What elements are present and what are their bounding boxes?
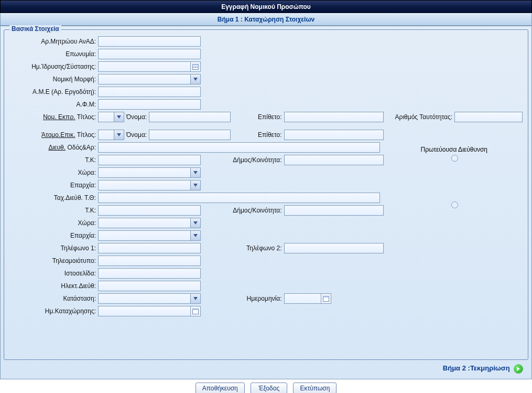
chevron-down-icon[interactable] <box>190 294 200 303</box>
window-title: Εγγραφή Νομικού Προσώπου <box>0 0 532 13</box>
postal1-input[interactable] <box>98 155 201 165</box>
chevron-down-icon[interactable] <box>190 168 200 177</box>
legalform-select[interactable] <box>98 74 201 84</box>
chevron-down-icon[interactable] <box>190 75 200 84</box>
status-select[interactable] <box>98 293 201 304</box>
name-input[interactable] <box>98 49 201 59</box>
municip2-input[interactable] <box>284 205 384 216</box>
label-addr: Διευθ. <box>48 144 66 151</box>
svg-marker-17 <box>517 367 520 371</box>
label-email: Ηλεκτ.Διεύθ: <box>8 280 97 292</box>
calendar-icon[interactable] <box>190 62 200 71</box>
svg-marker-7 <box>117 133 121 136</box>
rep-title-input[interactable] <box>99 112 114 122</box>
status-date-picker[interactable] <box>284 293 331 304</box>
contact-lname-input[interactable] <box>284 130 384 140</box>
label-name: Επωνυμία: <box>8 48 97 60</box>
status-date-input[interactable] <box>285 294 321 303</box>
district2-select[interactable] <box>98 230 201 241</box>
label-website: Ιστοσελίδα: <box>8 267 97 280</box>
svg-marker-11 <box>193 234 198 237</box>
primary-address-radio-1[interactable] <box>451 155 458 162</box>
country1-input[interactable] <box>99 168 190 177</box>
save-button[interactable]: Αποθήκευση <box>196 383 245 393</box>
taxid-input[interactable] <box>98 99 201 110</box>
status-input[interactable] <box>99 294 190 303</box>
phone1-input[interactable] <box>98 243 201 253</box>
svg-rect-14 <box>323 296 329 298</box>
pobox-input[interactable] <box>98 193 380 203</box>
fieldset-legend: Βασικά Στοιχεία <box>9 25 61 33</box>
svg-marker-12 <box>193 297 198 300</box>
svg-rect-16 <box>193 309 199 311</box>
rep-fname-input[interactable] <box>149 112 231 122</box>
legalform-input[interactable] <box>99 75 190 84</box>
svg-rect-3 <box>195 67 196 68</box>
rep-title-select[interactable] <box>98 112 124 122</box>
district2-input[interactable] <box>99 231 190 240</box>
exit-button[interactable]: Έξοδος <box>251 383 287 393</box>
label-street: Οδός&Αρ: <box>67 144 96 151</box>
svg-rect-4 <box>197 67 198 68</box>
arrow-right-icon[interactable] <box>514 364 523 374</box>
entrydate-input[interactable] <box>99 306 190 316</box>
contact-title-select[interactable] <box>98 130 124 140</box>
label-country1: Χώρα: <box>8 166 97 179</box>
label-fax: Τηλεομοιότυπο: <box>8 254 97 267</box>
calendar-icon[interactable] <box>321 294 331 303</box>
print-button[interactable]: Εκτύπωση <box>293 383 336 393</box>
label-postal2: Τ.Κ: <box>8 204 97 217</box>
label-district1: Επαρχία: <box>8 179 97 192</box>
chevron-down-icon[interactable] <box>190 231 200 240</box>
street-input[interactable] <box>98 142 380 153</box>
country2-select[interactable] <box>98 218 201 228</box>
calendar-icon[interactable] <box>190 306 200 316</box>
country1-select[interactable] <box>98 167 201 178</box>
label-rep-fname: Όνομα: <box>125 111 148 123</box>
label-postal1: Τ.Κ: <box>8 154 97 166</box>
label-employerno: Α.Μ.Ε (Αρ. Εργοδότη): <box>8 86 97 98</box>
municip1-input[interactable] <box>284 155 384 165</box>
website-input[interactable] <box>98 268 201 279</box>
chevron-down-icon[interactable] <box>114 112 124 122</box>
district1-select[interactable] <box>98 180 201 190</box>
svg-marker-10 <box>193 221 198 225</box>
email-input[interactable] <box>98 281 201 291</box>
rep-lname-input[interactable] <box>284 112 384 122</box>
chevron-down-icon[interactable] <box>190 180 200 190</box>
label-municip2: Δήμος/Κοινότητα: <box>232 204 283 217</box>
rep-id-input[interactable] <box>454 112 523 122</box>
step-title: Βήμα 1 : Καταχώρηση Στοιχείων <box>0 13 532 26</box>
entrydate-picker[interactable] <box>98 306 201 316</box>
basic-info-fieldset: Βασικά Στοιχεία Αρ.Μητρώου ΑνΑΔ: Επωνυμί… <box>4 29 528 360</box>
country2-input[interactable] <box>99 218 190 228</box>
next-step-link[interactable]: Βήμα 2 :Τεκμηρίωση <box>443 364 510 372</box>
label-status-date: Ημερομηνία: <box>232 292 283 305</box>
contact-title-input[interactable] <box>99 130 114 140</box>
label-municip1: Δήμος/Κοινότητα: <box>232 154 283 166</box>
label-registry: Αρ.Μητρώου ΑνΑΔ: <box>8 35 97 48</box>
primary-address-radio-2[interactable] <box>451 201 458 208</box>
svg-rect-2 <box>193 67 194 68</box>
contact-fname-input[interactable] <box>149 130 231 140</box>
founding-date-input[interactable] <box>99 62 190 71</box>
label-country2: Χώρα: <box>8 217 97 229</box>
district1-input[interactable] <box>99 180 190 190</box>
label-con-fname: Όνομα: <box>125 129 148 141</box>
founding-date-picker[interactable] <box>98 61 201 72</box>
label-contact: Άτομο.Επικ. <box>41 131 75 139</box>
postal2-input[interactable] <box>98 205 201 216</box>
employerno-input[interactable] <box>98 87 201 97</box>
chevron-down-icon[interactable] <box>114 130 124 140</box>
registry-input[interactable] <box>98 36 201 47</box>
label-district2: Επαρχία: <box>8 229 97 242</box>
label-con-lname: Επίθετο: <box>232 129 283 141</box>
svg-rect-1 <box>193 65 199 66</box>
label-legalrep: Νομ. Εκπρ. <box>43 113 75 121</box>
fax-input[interactable] <box>98 256 201 266</box>
label-rep-title: Τίτλος: <box>77 113 96 121</box>
chevron-down-icon[interactable] <box>190 218 200 228</box>
svg-marker-5 <box>193 78 198 81</box>
svg-marker-9 <box>193 184 198 187</box>
phone2-input[interactable] <box>284 243 384 253</box>
